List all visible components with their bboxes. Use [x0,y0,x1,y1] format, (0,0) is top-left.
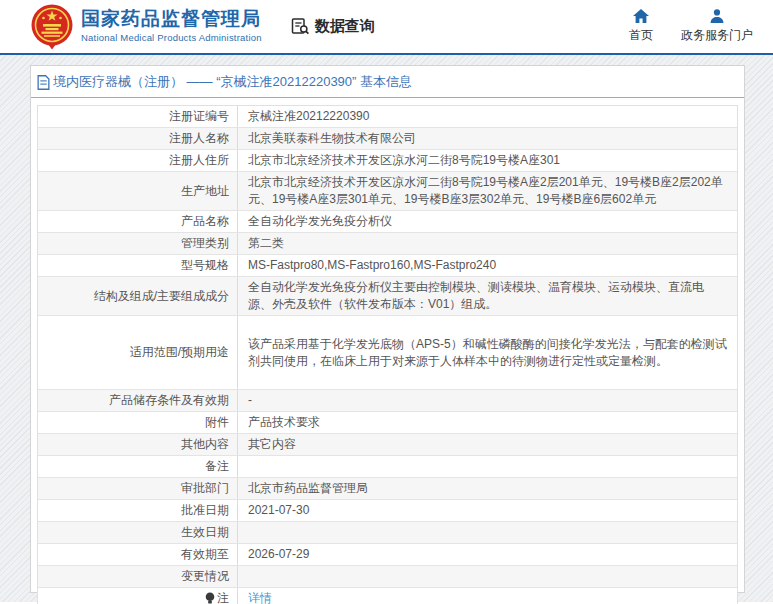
row-label: 变更情况 [38,566,238,587]
table-row-product-name: 产品名称 全自动化学发光免疫分析仪 [38,211,737,233]
row-value: 详情 [238,588,737,604]
row-label: 注 [38,588,238,604]
table-row-remarks: 备注 [38,456,737,478]
row-value: 其它内容 [238,434,737,455]
row-label: 批准日期 [38,500,238,521]
row-value [238,566,737,587]
lightbulb-icon [205,592,215,604]
row-value: MS-Fastpro80,MS-Fastpro160,MS-Fastpro240 [238,255,737,276]
row-value: 第二类 [238,233,737,254]
note-label: 注 [217,590,229,604]
row-value: 全自动化学发光免疫分析仪主要由控制模块、测读模块、温育模块、运动模块、直流电源、… [238,277,737,315]
row-label: 其他内容 [38,434,238,455]
row-label: 注册证编号 [38,106,238,127]
row-label: 产品储存条件及有效期 [38,390,238,411]
top-nav: 首页 政务服务门户 [629,9,753,44]
row-value: 全自动化学发光免疫分析仪 [238,211,737,232]
row-value: 2021-07-30 [238,500,737,521]
data-query-label: 数据查询 [315,17,375,36]
row-value [238,522,737,543]
table-row-valid-until: 有效期至 2026-07-29 [38,544,737,566]
data-query-nav[interactable]: 数据查询 [290,16,375,37]
table-row-storage-conditions: 产品储存条件及有效期 - [38,390,737,412]
row-value: 产品技术要求 [238,412,737,433]
row-label: 适用范围/预期用途 [38,316,238,389]
row-value: 2026-07-29 [238,544,737,565]
registration-detail-table: 注册证编号 京械注准20212220390 注册人名称 北京美联泰科生物技术有限… [37,105,738,604]
table-row-attachment: 附件 产品技术要求 [38,412,737,434]
table-row-other-content: 其他内容 其它内容 [38,434,737,456]
nav-gov-portal[interactable]: 政务服务门户 [681,9,753,44]
table-row-cert-number: 注册证编号 京械注准20212220390 [38,106,737,128]
row-value: 北京市药品监督管理局 [238,478,737,499]
table-row-approval-date: 批准日期 2021-07-30 [38,500,737,522]
table-row-registrant-address: 注册人住所 北京市北京经济技术开发区凉水河二街8号院19号楼A座301 [38,150,737,172]
row-value: 北京市北京经济技术开发区凉水河二街8号院19号楼A座2层201单元、19号楼B座… [238,172,737,210]
national-emblem-icon [30,4,74,50]
brand-subtitle: National Medical Products Administration [81,33,262,43]
row-value: 京械注准20212220390 [238,106,737,127]
nav-home[interactable]: 首页 [629,9,653,44]
nmpa-logo[interactable]: 国家药品监督管理局 National Medical Products Admi… [30,4,262,50]
row-label: 结构及组成/主要组成成分 [38,277,238,315]
row-value: 该产品采用基于化学发光底物（APS-5）和碱性磷酸酶的间接化学发光法，与配套的检… [238,316,737,389]
row-label: 审批部门 [38,478,238,499]
panel-title-bar: 境内医疗器械（注册） —— “京械注准20212220390” 基本信息 [31,66,744,98]
document-search-icon [290,16,311,37]
document-icon [37,75,50,90]
page-title: 境内医疗器械（注册） —— “京械注准20212220390” 基本信息 [53,73,412,91]
row-label: 型号规格 [38,255,238,276]
table-row-effective-date: 生效日期 [38,522,737,544]
row-label: 生效日期 [38,522,238,543]
table-row-management-class: 管理类别 第二类 [38,233,737,255]
detail-panel: 境内医疗器械（注册） —— “京械注准20212220390” 基本信息 注册证… [30,65,745,593]
row-label: 有效期至 [38,544,238,565]
home-icon [633,9,649,23]
row-label: 注册人名称 [38,128,238,149]
table-row-change-status: 变更情况 [38,566,737,588]
page-background: 境内医疗器械（注册） —— “京械注准20212220390” 基本信息 注册证… [0,55,773,602]
table-row-model-spec: 型号规格 MS-Fastpro80,MS-Fastpro160,MS-Fastp… [38,255,737,277]
table-row-registrant-name: 注册人名称 北京美联泰科生物技术有限公司 [38,128,737,150]
row-value [238,456,737,477]
user-icon [710,9,724,23]
brand-text: 国家药品监督管理局 National Medical Products Admi… [81,9,262,43]
table-row-structure-composition: 结构及组成/主要组成成分 全自动化学发光免疫分析仪主要由控制模块、测读模块、温育… [38,277,737,316]
nav-home-label: 首页 [629,27,653,44]
table-row-note: 注 详情 [38,588,737,604]
table-row-approval-department: 审批部门 北京市药品监督管理局 [38,478,737,500]
row-label: 管理类别 [38,233,238,254]
site-header: 国家药品监督管理局 National Medical Products Admi… [0,0,773,55]
row-label: 生产地址 [38,172,238,210]
row-value: 北京美联泰科生物技术有限公司 [238,128,737,149]
table-row-production-address: 生产地址 北京市北京经济技术开发区凉水河二街8号院19号楼A座2层201单元、1… [38,172,737,211]
row-value: 北京市北京经济技术开发区凉水河二街8号院19号楼A座301 [238,150,737,171]
details-link[interactable]: 详情 [248,590,272,604]
row-value: - [238,390,737,411]
brand-title: 国家药品监督管理局 [81,9,262,30]
row-label: 附件 [38,412,238,433]
row-label: 注册人住所 [38,150,238,171]
nav-gov-portal-label: 政务服务门户 [681,27,753,44]
table-row-intended-use: 适用范围/预期用途 该产品采用基于化学发光底物（APS-5）和碱性磷酸酶的间接化… [38,316,737,390]
row-label: 产品名称 [38,211,238,232]
row-label: 备注 [38,456,238,477]
